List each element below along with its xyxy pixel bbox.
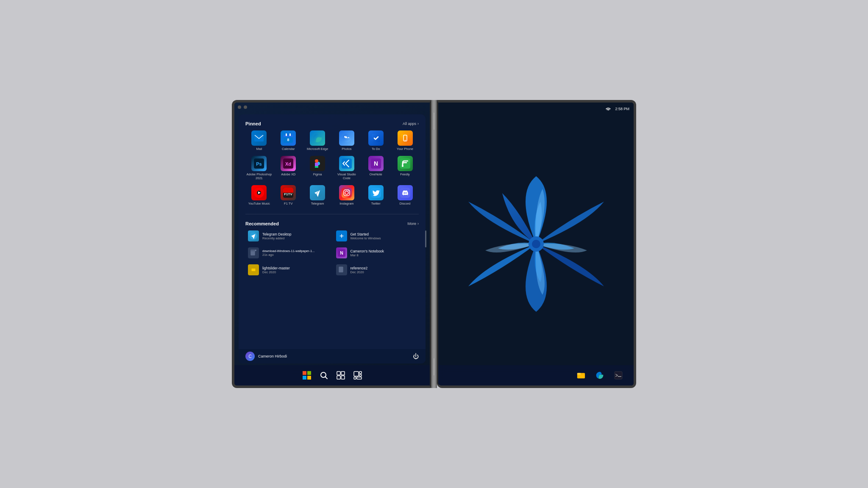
app-telegram[interactable]: Telegram [304, 183, 331, 207]
user-info[interactable]: C Cameron Hirbodi [245, 352, 287, 361]
hinge-connector-top [431, 113, 437, 130]
svg-rect-48 [252, 269, 256, 271]
terminal-button[interactable] [612, 369, 625, 382]
svg-rect-44 [255, 250, 256, 251]
file-explorer-button[interactable] [574, 369, 588, 382]
app-twitter[interactable]: Twitter [362, 183, 389, 207]
more-button[interactable]: More › [407, 222, 419, 226]
calendar-icon: 8 [281, 130, 296, 146]
app-feedly[interactable]: Feedly [391, 154, 419, 182]
f1tv-label: F1 TV [284, 202, 292, 205]
app-photoshop[interactable]: Ps Adobe Photoshop 2021 [245, 154, 273, 182]
rec-lightslider[interactable]: lightslider-master Dec 2020 [245, 263, 331, 277]
rec-notebook-text: Cameron's Notebook Mar 8 [351, 249, 384, 257]
bloom-graphic [451, 159, 621, 329]
svg-rect-64 [357, 377, 362, 379]
rec-reference-text: reference2 Dec 2020 [351, 266, 368, 274]
todo-icon [368, 130, 384, 146]
svg-point-7 [344, 136, 346, 138]
discord-icon [398, 185, 413, 200]
right-desktop: 2:58 PM [438, 103, 634, 385]
onenote-icon: N [368, 156, 384, 171]
app-todo[interactable]: To Do [362, 129, 389, 152]
ytmusic-icon [251, 185, 267, 200]
recommended-label: Recommended [245, 221, 279, 226]
edge-taskbar-button[interactable] [593, 369, 606, 382]
rec-getstarted[interactable]: Get Started Welcome to Windows [334, 229, 419, 243]
edge-label: Microsoft Edge [307, 147, 328, 151]
power-button[interactable]: ⏻ [413, 353, 419, 360]
app-ytmusic[interactable]: YouTube Music [245, 183, 273, 207]
photos-icon [339, 130, 354, 146]
start-button[interactable] [300, 369, 314, 382]
svg-point-37 [348, 190, 349, 191]
svg-rect-3 [286, 133, 287, 136]
yourphone-label: Your Phone [397, 147, 413, 151]
svg-rect-50 [303, 371, 306, 375]
mail-label: Mail [256, 147, 262, 151]
svg-line-55 [325, 377, 327, 379]
ytmusic-label: YouTube Music [248, 202, 270, 205]
user-avatar: C [245, 352, 255, 361]
svg-rect-56 [337, 372, 340, 375]
yourphone-icon [398, 130, 413, 146]
app-xd[interactable]: Xd Adobe XD [275, 154, 302, 182]
app-discord[interactable]: Discord [391, 183, 419, 207]
scroll-indicator [425, 230, 426, 247]
app-mail[interactable]: Mail [245, 129, 273, 152]
svg-text:Ps: Ps [256, 161, 262, 166]
svg-text:N: N [340, 250, 343, 255]
rec-download[interactable]: download-Windows-11-wallpaper-1... 21s a… [245, 246, 331, 260]
app-onenote[interactable]: N OneNote [362, 154, 389, 182]
rec-lightslider-text: lightslider-master Dec 2020 [262, 266, 290, 274]
all-apps-button[interactable]: All apps › [403, 122, 419, 126]
app-photos[interactable]: Photos [333, 129, 361, 152]
svg-rect-2 [284, 135, 293, 137]
rec-lightslider-icon [248, 264, 259, 275]
app-yourphone[interactable]: Your Phone [391, 129, 419, 152]
hinge-connector-bottom [431, 358, 437, 375]
svg-text:8: 8 [287, 138, 289, 142]
svg-rect-52 [303, 376, 306, 380]
right-screen: 2:58 PM [437, 100, 636, 388]
svg-point-25 [402, 165, 403, 167]
svg-rect-63 [354, 377, 356, 379]
left-screen: Pinned All apps › [232, 100, 431, 388]
dual-screen-device: Pinned All apps › [232, 100, 636, 388]
svg-rect-62 [359, 374, 362, 376]
app-calendar[interactable]: 8 Calendar [275, 129, 302, 152]
pinned-header: Pinned All apps › [245, 121, 419, 126]
todo-label: To Do [372, 147, 380, 151]
recommended-grid: Telegram Desktop Recently added [245, 229, 419, 277]
app-instagram[interactable]: Instagram [333, 183, 361, 207]
svg-point-66 [532, 240, 540, 248]
taskview-button[interactable] [334, 369, 348, 382]
rec-getstarted-text: Get Started Welcome to Windows [351, 232, 381, 240]
app-figma[interactable]: Figma [304, 154, 331, 182]
start-menu-footer: C Cameron Hirbodi ⏻ [239, 349, 426, 363]
app-vscode[interactable]: Visual Studio Code [333, 154, 361, 182]
photoshop-icon: Ps [251, 156, 267, 171]
onenote-label: OneNote [370, 172, 382, 176]
search-button[interactable] [317, 369, 331, 382]
xd-icon: Xd [281, 156, 296, 171]
widgets-button[interactable] [351, 369, 364, 382]
svg-rect-51 [307, 371, 311, 375]
figma-label: Figma [313, 172, 322, 176]
rec-download-text: download-Windows-11-wallpaper-1... 21s a… [262, 249, 314, 257]
app-edge[interactable]: Microsoft Edge [304, 129, 331, 152]
rec-telegram[interactable]: Telegram Desktop Recently added [245, 229, 331, 243]
telegram-label: Telegram [311, 202, 324, 205]
svg-rect-57 [341, 372, 345, 375]
rec-notebook[interactable]: N Cameron's Notebook Mar 8 [334, 246, 419, 260]
twitter-label: Twitter [371, 202, 381, 205]
svg-rect-43 [250, 250, 255, 252]
app-f1tv[interactable]: F1TV F1 TV [275, 183, 302, 207]
svg-rect-58 [337, 376, 340, 379]
svg-rect-53 [307, 376, 311, 380]
svg-rect-59 [341, 376, 345, 379]
rec-reference[interactable]: reference2 Dec 2020 [334, 263, 419, 277]
svg-text:F1TV: F1TV [284, 192, 292, 196]
svg-rect-69 [615, 372, 622, 379]
discord-label: Discord [400, 202, 410, 205]
